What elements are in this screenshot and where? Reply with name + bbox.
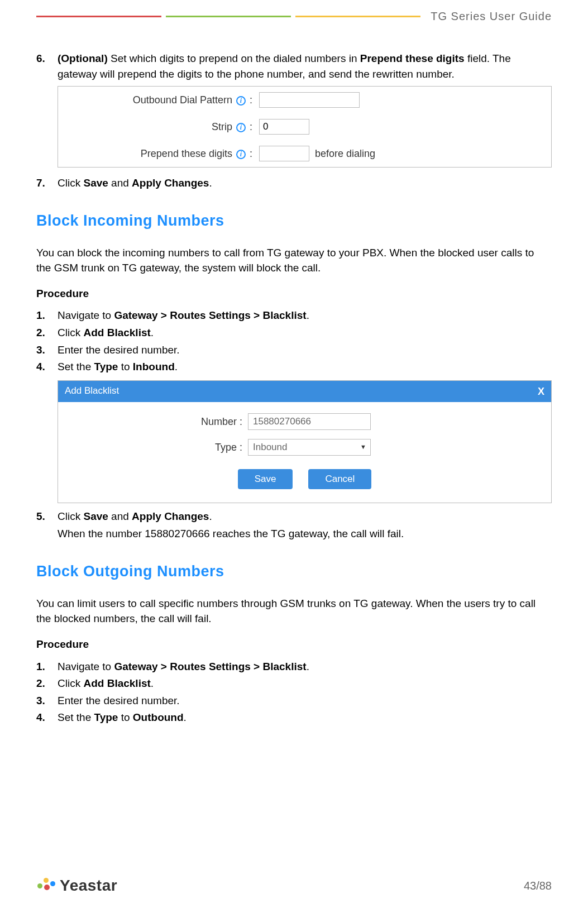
rule-red [36, 16, 161, 17]
step-body: Click Add Blacklist. [58, 325, 552, 341]
save-button[interactable]: Save [238, 469, 293, 489]
text: . [151, 327, 154, 338]
section-intro: You can block the incoming numbers to ca… [36, 245, 552, 276]
dialog-header: Add Blacklist X [58, 381, 551, 402]
prepend-input[interactable] [259, 146, 309, 161]
optional-label: (Optional) [58, 52, 108, 64]
prepend-row: Prepend these digits i : before dialing [58, 140, 551, 167]
step-number: 2. [36, 676, 58, 691]
step-body: Enter the desired number. [58, 342, 552, 358]
cancel-button[interactable]: Cancel [308, 469, 371, 489]
add-blacklist-dialog: Add Blacklist X Number : Type : ▼ Save [58, 380, 552, 503]
field-label: Prepend these digits i : [66, 146, 256, 161]
label-text: Outbound Dial Pattern [133, 94, 232, 106]
rule-yellow [295, 16, 420, 17]
colon: : [250, 121, 252, 132]
step-body: Enter the desired number. [58, 693, 552, 709]
field: Type [94, 711, 118, 723]
dialog-title: Add Blacklist [65, 384, 119, 398]
text: . [209, 177, 212, 189]
action: Add Blacklist [83, 677, 150, 689]
type-select-wrap: ▼ [248, 439, 371, 456]
proc2-step-3: 3. Enter the desired number. [36, 693, 552, 709]
after-text: before dialing [315, 146, 375, 161]
colon: : [250, 94, 252, 106]
step-number: 4. [36, 710, 58, 725]
step-number: 3. [36, 342, 58, 358]
close-icon[interactable]: X [538, 384, 544, 399]
header-title: TG Series User Guide [431, 10, 552, 23]
text: Set the [58, 711, 94, 723]
section-intro: You can limit users to call specific num… [36, 596, 552, 627]
step-number: 1. [36, 308, 58, 323]
logo-icon [36, 876, 56, 896]
info-icon[interactable]: i [236, 123, 246, 132]
dial-pattern-panel: Outbound Dial Pattern i : Strip i : Prep… [58, 86, 552, 168]
info-icon[interactable]: i [236, 96, 246, 106]
text: . [307, 309, 309, 321]
text: Click [58, 177, 83, 189]
procedure-list: 1. Navigate to Gateway > Routes Settings… [36, 308, 552, 374]
field-name: Prepend these digits [360, 52, 465, 64]
proc-step-1: 1. Navigate to Gateway > Routes Settings… [36, 308, 552, 323]
text: to [118, 711, 132, 723]
procedure-heading: Procedure [36, 637, 552, 652]
outbound-dial-pattern-input[interactable] [259, 92, 360, 108]
content: 6. (Optional) Set which digits to prepen… [36, 23, 552, 725]
save-label: Save [83, 510, 108, 522]
type-select[interactable] [248, 439, 371, 456]
colon: : [250, 148, 252, 159]
apply-label: Apply Changes [132, 177, 209, 189]
text: Navigate to [58, 661, 114, 672]
label-text: Prepend these digits [141, 148, 232, 159]
field-label: Strip i : [66, 120, 256, 134]
text: Navigate to [58, 309, 114, 321]
text: and [108, 510, 132, 522]
proc2-step-4: 4. Set the Type to Outbound. [36, 710, 552, 725]
dialog-body: Number : Type : ▼ Save Cancel [58, 402, 551, 503]
value: Inbound [133, 361, 175, 372]
text: . [307, 661, 309, 672]
brand-logo: Yeastar [36, 876, 117, 896]
page-number: 43/88 [524, 880, 552, 892]
text: and [108, 177, 132, 189]
text: . [175, 361, 178, 372]
step-body: Navigate to Gateway > Routes Settings > … [58, 308, 552, 323]
text: Set which digits to prepend on the diale… [108, 52, 360, 64]
number-label: Number : [58, 414, 248, 429]
outbound-dial-pattern-row: Outbound Dial Pattern i : [58, 87, 551, 113]
number-row: Number : [58, 409, 551, 434]
proc-step-3: 3. Enter the desired number. [36, 342, 552, 358]
step-body: Set the Type to Inbound. [58, 359, 552, 375]
text: Set the [58, 361, 94, 372]
strip-input[interactable] [259, 119, 309, 135]
type-row: Type : ▼ [58, 434, 551, 460]
nav-path: Gateway > Routes Settings > Blacklist [114, 309, 306, 321]
field-label: Outbound Dial Pattern i : [66, 93, 256, 107]
nav-path: Gateway > Routes Settings > Blacklist [114, 661, 306, 672]
procedure-list-2: 1. Navigate to Gateway > Routes Settings… [36, 659, 552, 725]
text: to [118, 361, 132, 372]
number-input[interactable] [248, 413, 371, 430]
step-note: When the number 15880270666 reaches the … [58, 526, 552, 542]
rule-green [166, 16, 291, 17]
text: Click [58, 510, 83, 522]
step-body: Click Add Blacklist. [58, 676, 552, 691]
text: . [151, 677, 154, 689]
info-icon[interactable]: i [236, 150, 246, 159]
step-body: Click Save and Apply Changes. [58, 175, 552, 191]
label-text: Strip [212, 121, 232, 132]
text: . [209, 510, 212, 522]
step-number: 7. [36, 175, 58, 191]
step-number: 5. [36, 509, 58, 542]
step-7: 7. Click Save and Apply Changes. [36, 175, 552, 191]
strip-row: Strip i : [58, 113, 551, 140]
footer: Yeastar 43/88 [36, 876, 552, 896]
proc-step-4: 4. Set the Type to Inbound. [36, 359, 552, 375]
step-number: 3. [36, 693, 58, 709]
type-label: Type : [58, 440, 248, 455]
brand-name: Yeastar [60, 877, 117, 895]
proc-step-2: 2. Click Add Blacklist. [36, 325, 552, 341]
proc2-step-2: 2. Click Add Blacklist. [36, 676, 552, 691]
procedure-heading: Procedure [36, 286, 552, 302]
